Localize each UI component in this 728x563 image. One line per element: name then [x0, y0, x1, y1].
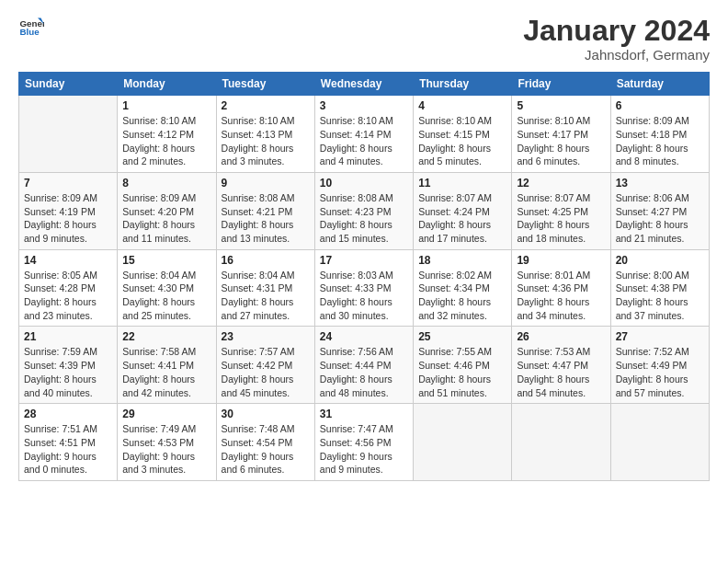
day-info: Sunrise: 8:09 AM Sunset: 4:18 PM Dayligh…	[616, 114, 704, 168]
day-number: 20	[616, 254, 704, 267]
day-number: 3	[320, 99, 408, 112]
day-of-week-header: Friday	[512, 73, 610, 96]
day-number: 23	[222, 330, 310, 343]
day-info: Sunrise: 8:01 AM Sunset: 4:36 PM Dayligh…	[517, 269, 605, 323]
calendar-cell: 16Sunrise: 8:04 AM Sunset: 4:31 PM Dayli…	[216, 249, 314, 327]
day-number: 18	[418, 254, 506, 267]
calendar-cell: 19Sunrise: 8:01 AM Sunset: 4:36 PM Dayli…	[512, 249, 610, 327]
calendar-cell	[414, 404, 512, 481]
calendar-cell: 22Sunrise: 7:58 AM Sunset: 4:41 PM Dayli…	[118, 327, 216, 404]
calendar-cell: 14Sunrise: 8:05 AM Sunset: 4:28 PM Dayli…	[19, 249, 118, 327]
day-info: Sunrise: 7:58 AM Sunset: 4:41 PM Dayligh…	[122, 345, 210, 399]
day-number: 21	[24, 330, 112, 343]
day-number: 11	[418, 177, 506, 190]
day-number: 7	[24, 177, 112, 190]
day-info: Sunrise: 8:10 AM Sunset: 4:14 PM Dayligh…	[320, 114, 408, 168]
calendar-cell: 29Sunrise: 7:49 AM Sunset: 4:53 PM Dayli…	[118, 404, 216, 481]
calendar-cell: 11Sunrise: 8:07 AM Sunset: 4:24 PM Dayli…	[414, 172, 512, 249]
calendar-cell: 17Sunrise: 8:03 AM Sunset: 4:33 PM Dayli…	[314, 249, 413, 327]
page-header: General Blue January 2024 Jahnsdorf, Ger…	[18, 15, 710, 63]
day-info: Sunrise: 7:51 AM Sunset: 4:51 PM Dayligh…	[24, 422, 112, 477]
day-info: Sunrise: 7:59 AM Sunset: 4:39 PM Dayligh…	[24, 345, 112, 399]
calendar-cell: 8Sunrise: 8:09 AM Sunset: 4:20 PM Daylig…	[118, 172, 216, 249]
calendar-cell: 9Sunrise: 8:08 AM Sunset: 4:21 PM Daylig…	[216, 172, 314, 249]
day-info: Sunrise: 8:02 AM Sunset: 4:34 PM Dayligh…	[418, 269, 506, 323]
calendar-cell	[19, 96, 118, 173]
day-number: 30	[222, 408, 310, 420]
day-info: Sunrise: 7:49 AM Sunset: 4:53 PM Dayligh…	[122, 422, 210, 477]
logo-icon: General Blue	[18, 15, 44, 40]
day-number: 10	[320, 177, 408, 190]
page-title: January 2024	[523, 15, 710, 47]
day-info: Sunrise: 8:04 AM Sunset: 4:30 PM Dayligh…	[122, 269, 210, 323]
calendar-cell: 15Sunrise: 8:04 AM Sunset: 4:30 PM Dayli…	[118, 249, 216, 327]
day-info: Sunrise: 8:10 AM Sunset: 4:15 PM Dayligh…	[418, 114, 506, 168]
day-info: Sunrise: 8:05 AM Sunset: 4:28 PM Dayligh…	[24, 269, 112, 323]
day-of-week-header: Wednesday	[314, 73, 413, 96]
day-of-week-header: Tuesday	[216, 73, 314, 96]
day-of-week-header: Saturday	[610, 73, 709, 96]
day-info: Sunrise: 8:06 AM Sunset: 4:27 PM Dayligh…	[616, 191, 704, 246]
day-info: Sunrise: 8:07 AM Sunset: 4:25 PM Dayligh…	[517, 191, 605, 246]
day-number: 16	[222, 254, 310, 267]
day-number: 28	[24, 408, 112, 420]
calendar-cell: 12Sunrise: 8:07 AM Sunset: 4:25 PM Dayli…	[512, 172, 610, 249]
day-info: Sunrise: 8:09 AM Sunset: 4:19 PM Dayligh…	[24, 191, 112, 246]
day-number: 13	[616, 177, 704, 190]
day-number: 1	[122, 99, 210, 112]
calendar-cell: 23Sunrise: 7:57 AM Sunset: 4:42 PM Dayli…	[216, 327, 314, 404]
calendar-cell: 31Sunrise: 7:47 AM Sunset: 4:56 PM Dayli…	[314, 404, 413, 481]
day-number: 4	[418, 99, 506, 112]
day-number: 27	[616, 330, 704, 343]
day-number: 24	[320, 330, 408, 343]
day-number: 26	[517, 330, 605, 343]
day-number: 5	[517, 99, 605, 112]
calendar-cell: 30Sunrise: 7:48 AM Sunset: 4:54 PM Dayli…	[216, 404, 314, 481]
calendar-cell: 25Sunrise: 7:55 AM Sunset: 4:46 PM Dayli…	[414, 327, 512, 404]
day-number: 19	[517, 254, 605, 267]
calendar-cell: 3Sunrise: 8:10 AM Sunset: 4:14 PM Daylig…	[314, 96, 413, 173]
day-of-week-header: Monday	[118, 73, 216, 96]
day-number: 15	[122, 254, 210, 267]
day-info: Sunrise: 7:48 AM Sunset: 4:54 PM Dayligh…	[222, 422, 310, 477]
calendar-cell	[512, 404, 610, 481]
day-info: Sunrise: 8:03 AM Sunset: 4:33 PM Dayligh…	[320, 269, 408, 323]
day-number: 22	[122, 330, 210, 343]
calendar-cell: 7Sunrise: 8:09 AM Sunset: 4:19 PM Daylig…	[19, 172, 118, 249]
day-info: Sunrise: 8:10 AM Sunset: 4:13 PM Dayligh…	[222, 114, 310, 168]
day-number: 2	[222, 99, 310, 112]
day-info: Sunrise: 8:10 AM Sunset: 4:17 PM Dayligh…	[517, 114, 605, 168]
calendar-cell: 26Sunrise: 7:53 AM Sunset: 4:47 PM Dayli…	[512, 327, 610, 404]
calendar-cell: 27Sunrise: 7:52 AM Sunset: 4:49 PM Dayli…	[610, 327, 709, 404]
calendar-cell: 21Sunrise: 7:59 AM Sunset: 4:39 PM Dayli…	[19, 327, 118, 404]
day-info: Sunrise: 7:47 AM Sunset: 4:56 PM Dayligh…	[320, 422, 408, 477]
day-number: 6	[616, 99, 704, 112]
page-subtitle: Jahnsdorf, Germany	[523, 47, 710, 63]
day-number: 25	[418, 330, 506, 343]
day-number: 17	[320, 254, 408, 267]
day-number: 8	[122, 177, 210, 190]
calendar-cell: 5Sunrise: 8:10 AM Sunset: 4:17 PM Daylig…	[512, 96, 610, 173]
calendar-cell: 4Sunrise: 8:10 AM Sunset: 4:15 PM Daylig…	[414, 96, 512, 173]
calendar-cell: 24Sunrise: 7:56 AM Sunset: 4:44 PM Dayli…	[314, 327, 413, 404]
calendar-cell: 13Sunrise: 8:06 AM Sunset: 4:27 PM Dayli…	[610, 172, 709, 249]
day-number: 12	[517, 177, 605, 190]
calendar-cell: 18Sunrise: 8:02 AM Sunset: 4:34 PM Dayli…	[414, 249, 512, 327]
title-block: January 2024 Jahnsdorf, Germany	[523, 15, 710, 63]
day-of-week-header: Thursday	[414, 73, 512, 96]
svg-text:Blue: Blue	[19, 27, 40, 37]
logo: General Blue	[18, 15, 44, 40]
calendar-cell: 20Sunrise: 8:00 AM Sunset: 4:38 PM Dayli…	[610, 249, 709, 327]
calendar-cell	[610, 404, 709, 481]
calendar-cell: 1Sunrise: 8:10 AM Sunset: 4:12 PM Daylig…	[118, 96, 216, 173]
day-of-week-header: Sunday	[19, 73, 118, 96]
day-info: Sunrise: 7:56 AM Sunset: 4:44 PM Dayligh…	[320, 345, 408, 399]
calendar-cell: 10Sunrise: 8:08 AM Sunset: 4:23 PM Dayli…	[314, 172, 413, 249]
calendar-cell: 28Sunrise: 7:51 AM Sunset: 4:51 PM Dayli…	[19, 404, 118, 481]
day-info: Sunrise: 8:10 AM Sunset: 4:12 PM Dayligh…	[122, 114, 210, 168]
day-info: Sunrise: 8:00 AM Sunset: 4:38 PM Dayligh…	[616, 269, 704, 323]
day-info: Sunrise: 8:08 AM Sunset: 4:21 PM Dayligh…	[222, 191, 310, 246]
day-info: Sunrise: 7:52 AM Sunset: 4:49 PM Dayligh…	[616, 345, 704, 399]
calendar-cell: 6Sunrise: 8:09 AM Sunset: 4:18 PM Daylig…	[610, 96, 709, 173]
calendar-table: SundayMondayTuesdayWednesdayThursdayFrid…	[18, 72, 710, 481]
